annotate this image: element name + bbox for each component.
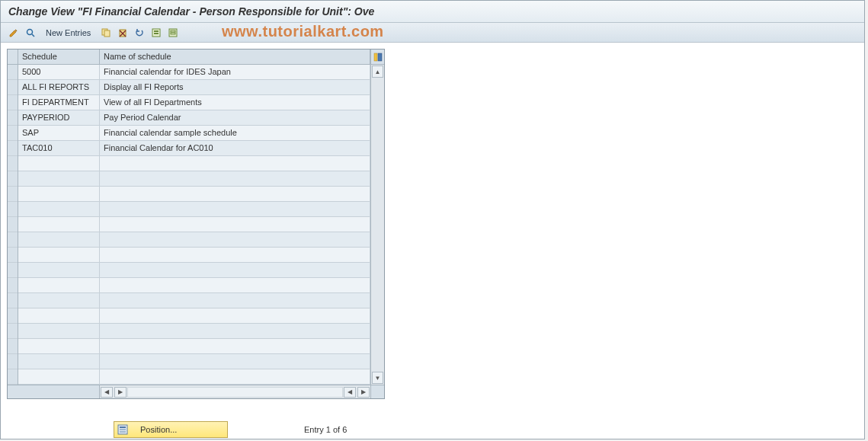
row-selector[interactable] bbox=[8, 141, 18, 156]
cell-name[interactable] bbox=[100, 324, 370, 338]
cell-schedule[interactable]: PAYPERIOD bbox=[18, 110, 100, 125]
scroll-up-icon[interactable]: ▲ bbox=[372, 66, 383, 78]
table-row[interactable] bbox=[18, 354, 370, 369]
table-row[interactable] bbox=[18, 369, 370, 385]
cell-name[interactable]: Pay Period Calendar bbox=[100, 110, 370, 125]
cell-schedule[interactable] bbox=[18, 171, 100, 186]
table-row[interactable]: SAPFinancial calendar sample schedule bbox=[18, 126, 370, 141]
table-row[interactable] bbox=[18, 339, 370, 354]
table-row[interactable]: PAYPERIODPay Period Calendar bbox=[18, 110, 370, 126]
row-selector[interactable] bbox=[8, 339, 18, 354]
row-selector[interactable] bbox=[8, 278, 18, 293]
table-row[interactable] bbox=[18, 187, 370, 202]
table-row[interactable] bbox=[18, 263, 370, 278]
cell-schedule[interactable] bbox=[18, 308, 100, 323]
new-entries-button[interactable]: New Entries bbox=[40, 26, 96, 40]
cell-name[interactable] bbox=[100, 263, 370, 277]
cell-name[interactable] bbox=[100, 202, 370, 216]
table-row[interactable] bbox=[18, 308, 370, 324]
table-row[interactable] bbox=[18, 324, 370, 339]
cell-name[interactable] bbox=[100, 187, 370, 201]
cell-schedule[interactable] bbox=[18, 156, 100, 171]
table-row[interactable] bbox=[18, 278, 370, 293]
row-selector[interactable] bbox=[8, 95, 18, 110]
row-selector[interactable] bbox=[8, 369, 18, 385]
col-header-name[interactable]: Name of schedule bbox=[100, 50, 370, 64]
scroll-down-icon[interactable]: ▼ bbox=[372, 372, 383, 384]
cell-schedule[interactable] bbox=[18, 354, 100, 369]
row-selector[interactable] bbox=[8, 187, 18, 202]
position-button[interactable]: Position... bbox=[114, 421, 228, 438]
cell-schedule[interactable]: FI DEPARTMENT bbox=[18, 95, 100, 110]
cell-schedule[interactable] bbox=[18, 202, 100, 216]
cell-name[interactable] bbox=[100, 232, 370, 247]
cell-schedule[interactable] bbox=[18, 293, 100, 308]
cell-schedule[interactable]: 5000 bbox=[18, 65, 100, 79]
select-all-icon[interactable] bbox=[149, 26, 163, 40]
row-selector[interactable] bbox=[8, 80, 18, 95]
other-view-icon[interactable] bbox=[24, 26, 37, 40]
cell-schedule[interactable]: SAP bbox=[18, 126, 100, 140]
cell-name[interactable]: Financial calendar sample schedule bbox=[100, 126, 370, 140]
cell-name[interactable] bbox=[100, 217, 370, 232]
row-selector[interactable] bbox=[8, 232, 18, 248]
cell-schedule[interactable] bbox=[18, 263, 100, 277]
cell-schedule[interactable] bbox=[18, 324, 100, 338]
toggle-change-icon[interactable] bbox=[7, 26, 21, 40]
scroll-track-v[interactable] bbox=[371, 78, 384, 371]
row-selector[interactable] bbox=[8, 324, 18, 339]
copy-icon[interactable] bbox=[99, 26, 113, 40]
cell-schedule[interactable] bbox=[18, 217, 100, 232]
col-header-schedule[interactable]: Schedule bbox=[18, 50, 100, 64]
row-selector[interactable] bbox=[8, 110, 18, 126]
cell-name[interactable] bbox=[100, 171, 370, 186]
vertical-scrollbar[interactable]: ▲ ▼ bbox=[370, 65, 384, 385]
cell-name[interactable]: View of all FI Departments bbox=[100, 95, 370, 110]
row-selector[interactable] bbox=[8, 65, 18, 80]
scroll-right-end-icon[interactable]: ▶ bbox=[357, 387, 370, 398]
scroll-left-start-icon[interactable]: ◀ bbox=[101, 387, 113, 398]
cell-name[interactable] bbox=[100, 339, 370, 353]
deselect-all-icon[interactable] bbox=[166, 26, 180, 40]
table-row[interactable]: FI DEPARTMENTView of all FI Departments bbox=[18, 95, 370, 110]
table-row[interactable] bbox=[18, 232, 370, 248]
cell-schedule[interactable]: TAC010 bbox=[18, 141, 100, 155]
cell-schedule[interactable] bbox=[18, 369, 100, 384]
cell-schedule[interactable] bbox=[18, 248, 100, 262]
cell-name[interactable]: Display all FI Reports bbox=[100, 80, 370, 94]
row-selector[interactable] bbox=[8, 171, 18, 187]
row-selector-header[interactable] bbox=[8, 50, 18, 64]
cell-schedule[interactable] bbox=[18, 339, 100, 353]
table-row[interactable]: 5000Financial calendar for IDES Japan bbox=[18, 65, 370, 80]
cell-name[interactable] bbox=[100, 156, 370, 171]
cell-schedule[interactable] bbox=[18, 187, 100, 201]
cell-name[interactable] bbox=[100, 278, 370, 292]
cell-name[interactable] bbox=[100, 308, 370, 323]
table-row[interactable] bbox=[18, 293, 370, 308]
undo-icon[interactable] bbox=[133, 26, 146, 40]
cell-name[interactable]: Financial calendar for IDES Japan bbox=[100, 65, 370, 79]
row-selector[interactable] bbox=[8, 354, 18, 369]
delete-icon[interactable] bbox=[116, 26, 130, 40]
row-selector[interactable] bbox=[8, 293, 18, 308]
row-selector[interactable] bbox=[8, 126, 18, 141]
scroll-right-icon[interactable]: ◀ bbox=[344, 387, 356, 398]
row-selector[interactable] bbox=[8, 156, 18, 171]
cell-schedule[interactable] bbox=[18, 278, 100, 292]
table-row[interactable]: ALL FI REPORTSDisplay all FI Reports bbox=[18, 80, 370, 95]
table-settings-icon[interactable] bbox=[370, 50, 384, 64]
cell-schedule[interactable] bbox=[18, 232, 100, 247]
row-selector[interactable] bbox=[8, 248, 18, 263]
table-row[interactable] bbox=[18, 156, 370, 171]
table-row[interactable] bbox=[18, 248, 370, 263]
cell-name[interactable] bbox=[100, 354, 370, 369]
row-selector[interactable] bbox=[8, 308, 18, 324]
table-row[interactable] bbox=[18, 217, 370, 232]
cell-name[interactable] bbox=[100, 369, 370, 384]
table-row[interactable] bbox=[18, 171, 370, 187]
row-selector[interactable] bbox=[8, 202, 18, 217]
table-row[interactable]: TAC010Financial Calendar for AC010 bbox=[18, 141, 370, 156]
cell-name[interactable] bbox=[100, 248, 370, 262]
cell-schedule[interactable]: ALL FI REPORTS bbox=[18, 80, 100, 94]
row-selector[interactable] bbox=[8, 263, 18, 278]
